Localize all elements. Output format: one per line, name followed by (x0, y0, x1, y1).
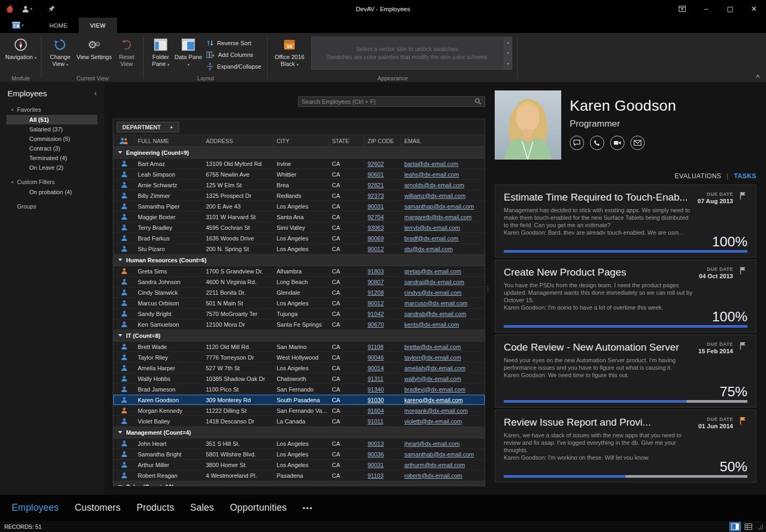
reset-view-button[interactable]: Reset View (113, 35, 140, 73)
email-link[interactable]: wallyh@dx-email.com (404, 376, 461, 382)
sidebar-collapse-icon[interactable]: ‹ (94, 89, 97, 97)
zip-link[interactable]: 90031 (368, 203, 384, 210)
table-group-row[interactable]: Sales (Count=10) (113, 481, 485, 486)
sidebar-item[interactable]: Contract (3) (6, 144, 97, 153)
folder-pane-button[interactable]: Folder Pane ▾ (147, 35, 174, 73)
table-row[interactable]: Sandra Johnson 4600 N Virginia Rd. Long … (113, 277, 485, 287)
change-view-button[interactable]: Change View ▾ (45, 35, 76, 73)
zip-link[interactable]: 90601 (368, 171, 384, 178)
email-link[interactable]: sandrab@dx-email.com (404, 311, 466, 317)
table-row[interactable]: Ken Samuelson 12100 Mora Dr Santa Fe Spr… (113, 319, 485, 330)
close-button[interactable]: ✕ (742, 0, 766, 18)
email-link[interactable]: marcuso@dx-email.com (404, 300, 468, 306)
email-link[interactable]: gretas@dx-email.com (404, 268, 461, 275)
table-row[interactable]: Brett Wade 1120 Old Mill Rd. San Marino … (113, 342, 485, 352)
table-row[interactable]: Bart Arnaz 13109 Old Myford Rd Irvine CA… (113, 159, 485, 169)
table-row[interactable]: Cindy Stanwick 2211 Bonita Dr. Glendale … (113, 287, 485, 298)
table-group-row[interactable]: IT (Count=8) (113, 330, 485, 342)
column-header-zip[interactable]: ZIP CODE (364, 135, 401, 146)
table-row[interactable]: Morgan Kennedy 11222 Dilling St San Fern… (113, 405, 485, 416)
department-group-button[interactable]: DEPARTMENT ▲ (116, 122, 179, 132)
table-group-row[interactable]: Management (Count=4) (113, 427, 485, 438)
data-pane-button[interactable]: Data Pane ▾ (174, 35, 202, 73)
table-row[interactable]: Greta Sims 1700 S Grandview Dr. Alhambra… (113, 266, 485, 277)
zip-link[interactable]: 90031 (368, 462, 384, 468)
sidebar-item[interactable]: Terminated (4) (6, 153, 97, 163)
zip-link[interactable]: 91011 (368, 418, 384, 425)
gallery-down-button[interactable]: ▾ (504, 48, 512, 59)
ribbon-display-options-icon[interactable] (670, 0, 694, 18)
email-link[interactable]: stu@dx-email.com (404, 246, 453, 252)
table-row[interactable]: Maggie Boxter 3101 W Harvard St Santa An… (113, 212, 485, 222)
zip-link[interactable]: 91803 (368, 268, 384, 275)
email-link[interactable]: taylorr@dx-email.com (404, 354, 461, 361)
email-link[interactable]: kareng@dx-email.com (404, 397, 463, 403)
zip-link[interactable]: 91208 (368, 289, 384, 296)
email-link[interactable]: margaretb@dx-email.com (404, 214, 472, 220)
table-row[interactable]: Samantha Piper 200 E Ave 43 Los Angeles … (113, 201, 485, 212)
table-row[interactable]: John Heart 351 S Hill St. Los Angeles CA… (113, 438, 485, 449)
application-menu-button[interactable]: ▾ (6, 18, 29, 33)
column-header-city[interactable]: CITY (273, 135, 329, 146)
zip-link[interactable]: 91103 (368, 472, 384, 479)
video-call-button[interactable] (610, 136, 625, 150)
skin-selector-button[interactable]: 16 Office 2016 Black ▾ (271, 35, 308, 73)
zip-link[interactable]: 90069 (368, 235, 384, 242)
task-card[interactable]: Review Issue Report and Provi... DUE DAT… (495, 410, 756, 483)
zip-link[interactable]: 92373 (368, 193, 384, 199)
email-link[interactable]: violetb@dx-email.com (404, 418, 462, 425)
tab-evaluations[interactable]: EVALUATIONS (675, 172, 721, 180)
table-row[interactable]: Billy Zimmer 1325 Prospect Dr Redlands C… (113, 190, 485, 201)
table-row[interactable]: Stu Pizaro 200 N. Spring St Los Angeles … (113, 244, 485, 254)
user-menu-icon[interactable]: ▾ (22, 5, 32, 13)
splitter-handle[interactable]: ⋮ (485, 82, 490, 495)
column-header-full-name[interactable]: FULL NAME (135, 135, 203, 146)
table-group-row[interactable]: Human Resources (Count=6) (113, 254, 485, 266)
reverse-sort-button[interactable]: Reverse Sort (206, 38, 261, 47)
search-box[interactable] (298, 96, 485, 107)
table-row[interactable]: Robert Reagan 4 Westmoreland Pl. Pasaden… (113, 470, 485, 481)
email-link[interactable]: jheart@dx-email.com (404, 440, 460, 447)
nav-item[interactable]: Sales (190, 502, 214, 513)
table-row[interactable]: Arnie Schwartz 125 W Elm St Brea CA 9282… (113, 180, 485, 190)
list-view-toggle-icon[interactable] (743, 522, 754, 531)
chat-button[interactable] (570, 136, 584, 150)
zip-link[interactable]: 90012 (368, 246, 384, 252)
pin-icon[interactable] (48, 5, 55, 12)
tab-view[interactable]: VIEW (79, 18, 116, 33)
email-link[interactable]: samanthap@dx-email.com (404, 203, 474, 210)
zip-link[interactable]: 91042 (368, 311, 384, 317)
email-link[interactable]: bradf@dx-email.com (404, 235, 459, 242)
zip-link[interactable]: 91030 (368, 397, 384, 403)
sidebar-item[interactable]: On Leave (2) (6, 163, 97, 172)
gallery-dropdown-button[interactable]: ▾ (504, 59, 512, 69)
email-link[interactable]: brettw@dx-email.com (404, 344, 461, 350)
sidebar-section-header[interactable]: ▾ Favorites (0, 105, 104, 114)
navigation-button[interactable]: Navigation ▾ (3, 35, 38, 73)
email-link[interactable]: robertr@dx-email.com (404, 472, 462, 479)
email-link[interactable]: arnolds@dx-email.com (404, 182, 464, 188)
nav-item[interactable]: Opportunities (230, 502, 287, 513)
minimize-button[interactable]: – (694, 0, 718, 18)
table-row[interactable]: Samantha Bright 5801 Wilshire Blvd. Los … (113, 449, 485, 460)
task-card[interactable]: Estimate Time Required to Touch-Enab... … (495, 185, 756, 257)
zip-link[interactable]: 90807 (368, 279, 384, 285)
tab-tasks[interactable]: TASKS (734, 172, 756, 180)
flag-icon[interactable] (738, 416, 747, 425)
column-header-state[interactable]: STATE (329, 135, 364, 146)
zip-link[interactable]: 91340 (368, 386, 384, 393)
zip-link[interactable]: 92704 (368, 214, 384, 220)
flag-icon[interactable] (738, 266, 747, 275)
email-link[interactable]: samanthab@dx-email.com (404, 451, 474, 458)
zip-link[interactable]: 91311 (368, 376, 384, 382)
zip-link[interactable]: 91108 (368, 344, 384, 350)
table-row[interactable]: Arthur Miller 3800 Homer St. Los Angeles… (113, 460, 485, 470)
detail-view-toggle-icon[interactable] (729, 522, 741, 531)
zip-link[interactable]: 91604 (368, 408, 384, 414)
email-link[interactable]: williamz@dx-email.com (404, 193, 465, 199)
view-settings-button[interactable]: ⚙⚙ View Settings (76, 35, 113, 73)
zip-link[interactable]: 90013 (368, 440, 384, 447)
zip-link[interactable]: 90670 (368, 321, 384, 328)
zip-link[interactable]: 90036 (368, 451, 384, 458)
table-row[interactable]: Karen Goodson 309 Monterey Rd South Pasa… (113, 395, 485, 405)
